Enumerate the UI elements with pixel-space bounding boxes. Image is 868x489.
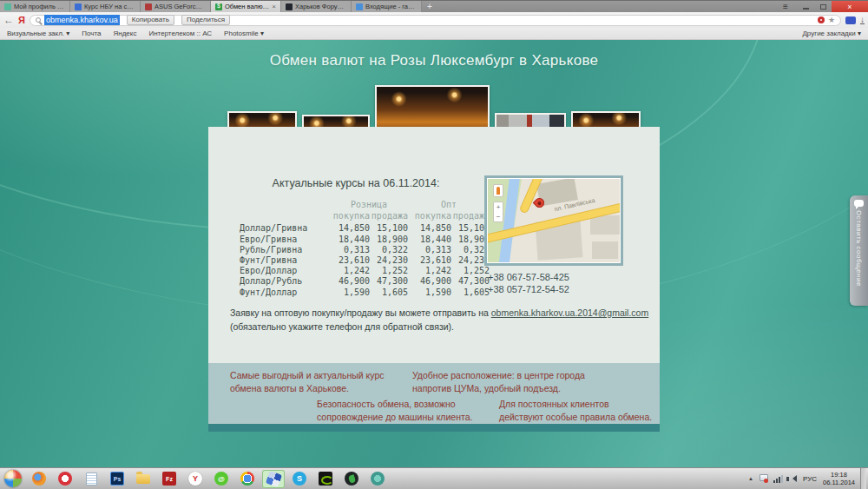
- content-card: Актуальные курсы на 06.11.2014: Розница …: [208, 127, 660, 432]
- tab-kharkov-forum[interactable]: Харьков Форум - От: [281, 1, 352, 12]
- tab-asus[interactable]: ASUS GeForce GTX 6: [141, 1, 211, 12]
- bookmark-visual-tabs[interactable]: Визуальные закл. ▾: [7, 30, 69, 37]
- taskbar-nvidia-icon[interactable]: [314, 470, 337, 488]
- taskbar-android-tool-icon[interactable]: [366, 470, 389, 488]
- extension-icon[interactable]: [845, 17, 856, 24]
- request-text: (обязательно укажите телефон для обратно…: [230, 321, 454, 332]
- phone-numbers: +38 067-57-58-425 +38 057-712-54-52: [488, 271, 569, 295]
- taskbar-notepad-icon[interactable]: [80, 470, 102, 488]
- taskbar-explorer-icon[interactable]: [132, 470, 155, 488]
- windows-taskbar: Ps Fz Y @ S ▲ РУС 19:18 06.11.2014: [0, 467, 868, 489]
- feedback-widget-tab[interactable]: Оставить сообщение: [850, 195, 868, 306]
- yandex-logo-icon[interactable]: Я: [18, 15, 25, 25]
- action-center-flag-icon[interactable]: [760, 474, 767, 483]
- adblock-icon[interactable]: [818, 17, 825, 23]
- email-link[interactable]: obmenka.kharkov.ua.2014@gmail.com: [491, 307, 648, 318]
- feature-loyalty: Для постоянных клиентов действуют особые…: [499, 398, 655, 424]
- bookmark-yandex[interactable]: Яндекс: [113, 30, 136, 37]
- minimize-button[interactable]: [797, 1, 814, 12]
- map-canvas[interactable]: пл. Павлівська + −: [488, 179, 620, 262]
- other-bookmarks-button[interactable]: Другие закладки ▾: [802, 30, 861, 37]
- network-icon[interactable]: [773, 475, 783, 483]
- taskbar-firefox-icon[interactable]: [28, 470, 50, 488]
- table-row: Евро/Доллар 1,242 1,252 1,242 1,252: [240, 266, 490, 276]
- bookmark-intertelecom[interactable]: Интертелеком :: АС: [148, 30, 212, 37]
- zoom-in-button[interactable]: +: [494, 202, 503, 212]
- zoom-out-button[interactable]: −: [494, 212, 503, 221]
- bookmarks-bar: Визуальные закл. ▾ Почта Яндекс Интертел…: [0, 28, 868, 40]
- wholesale-request-text: Заявку на оптовую покупку/продажу вы мож…: [230, 307, 657, 334]
- phone-number: +38 067-57-58-425: [488, 271, 569, 283]
- features-box: Самые выгодный и актуальный курс обмена …: [208, 363, 660, 424]
- tab-title: Харьков Форум - От: [295, 3, 346, 10]
- tab-title: Курс НБУ на сегодня: [84, 3, 135, 10]
- rates-heading: Актуальные курсы на 06.11.2014:: [247, 177, 464, 189]
- close-window-button[interactable]: ×: [832, 1, 868, 12]
- feature-best-rate: Самые выгодный и актуальный курс обмена …: [230, 369, 386, 395]
- maximize-button[interactable]: [814, 1, 832, 12]
- taskbar-opera-icon[interactable]: [54, 470, 76, 488]
- tray-expand-icon[interactable]: ▲: [748, 476, 753, 481]
- bookmark-star-icon[interactable]: ★: [828, 16, 835, 24]
- system-tray: ▲ РУС 19:18 06.11.2014: [748, 471, 857, 486]
- table-row: Доллар/Рубль 46,900 47,300 46,900 47,300: [240, 276, 490, 287]
- taskbar-yandex-browser-icon[interactable]: Y: [184, 470, 207, 488]
- taskbar-media-player-classic-icon[interactable]: [262, 470, 285, 488]
- tab-inbox[interactable]: Входящие - rasprod: [352, 1, 422, 12]
- url-input[interactable]: obmenka.kharkov.ua: [44, 15, 120, 25]
- tab-obmenka-active[interactable]: Обмен валют на Ро ×: [211, 1, 281, 12]
- close-tab-icon[interactable]: ×: [272, 3, 276, 10]
- new-tab-button[interactable]: +: [422, 1, 437, 12]
- address-bar[interactable]: obmenka.kharkov.ua Копировать Поделиться…: [30, 15, 841, 26]
- page-title: Обмен валют на Розы Люксембург в Харьков…: [0, 52, 868, 69]
- request-text: Заявку на оптовую покупку/продажу вы мож…: [230, 307, 491, 318]
- share-button[interactable]: Поделиться: [181, 15, 230, 25]
- show-desktop-button[interactable]: [860, 468, 866, 489]
- location-map[interactable]: пл. Павлівська + −: [484, 175, 623, 266]
- map-building: [592, 241, 618, 259]
- table-row: Доллар/Гривна 14,850 15,100 14,850 15,10…: [240, 223, 490, 234]
- taskbar-mailru-agent-icon[interactable]: @: [210, 470, 233, 488]
- table-row: Фунт/Гривна 23,610 24,230 23,610 24,230: [240, 255, 490, 266]
- table-row: Евро/Гривна 18,440 18,900 18,440 18,900: [240, 235, 490, 245]
- taskbar-filezilla-icon[interactable]: Fz: [158, 470, 181, 488]
- mail-favicon-icon: [356, 3, 363, 10]
- taskbar-chrome-icon[interactable]: [236, 470, 259, 488]
- tabbar-spacer: [437, 1, 774, 12]
- olx-favicon-icon: [4, 3, 11, 10]
- language-indicator[interactable]: РУС: [803, 475, 817, 483]
- group-bulk: Опт: [408, 200, 490, 210]
- tab-nbu-rates[interactable]: Курс НБУ на сегодня: [70, 1, 141, 12]
- tab-title: ASUS GeForce GTX 6: [155, 3, 206, 10]
- tab-olx[interactable]: Мой профиль - OLX: [0, 1, 70, 12]
- group-retail: Розница: [330, 200, 408, 210]
- volume-icon[interactable]: [789, 475, 797, 482]
- bookmark-mail[interactable]: Почта: [82, 30, 101, 37]
- rates-table: Розница Опт покупка продажа покупка прод…: [240, 200, 490, 298]
- feature-security: Безопасность обмена, возможно сопровожде…: [317, 398, 495, 424]
- window-controls: ×: [797, 1, 868, 12]
- nbu-favicon-icon: [75, 3, 82, 10]
- taskbar-clock[interactable]: 19:18 06.11.2014: [823, 471, 855, 486]
- download-icon[interactable]: ↓: [860, 16, 865, 24]
- tab-title: Обмен валют на Ро: [225, 3, 269, 10]
- back-icon[interactable]: ←: [3, 15, 14, 25]
- copy-button[interactable]: Копировать: [127, 15, 174, 25]
- chat-bubble-icon: [854, 200, 864, 207]
- map-zoom-control[interactable]: + −: [493, 202, 503, 222]
- taskbar-comodo-icon[interactable]: [340, 470, 363, 488]
- tab-title: Входящие - rasprod: [365, 3, 417, 10]
- bookmark-photosmile[interactable]: Photosmile ▾: [224, 30, 264, 37]
- phone-number: +38 057-712-54-52: [488, 283, 569, 295]
- taskbar-photoshop-icon[interactable]: Ps: [106, 470, 128, 488]
- clock-date: 06.11.2014: [823, 479, 855, 486]
- feedback-label: Оставить сообщение: [855, 210, 863, 287]
- start-button[interactable]: [4, 470, 22, 487]
- table-group-header: Розница Опт: [240, 200, 490, 210]
- page-viewport: Обмен валют на Розы Люксембург в Харьков…: [0, 40, 868, 467]
- taskbar-skype-icon[interactable]: S: [288, 470, 311, 488]
- pegman-icon[interactable]: [493, 184, 503, 197]
- feature-location: Удобное расположение: в центре города на…: [412, 369, 586, 395]
- obmenka-favicon-icon: [215, 3, 222, 10]
- browser-menu-icon[interactable]: ≡: [774, 1, 797, 12]
